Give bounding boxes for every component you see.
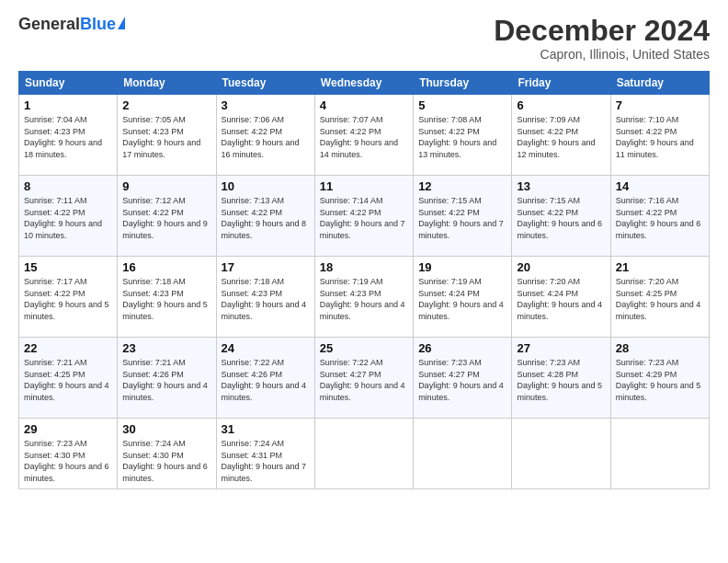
day-number: 20 [517,260,605,274]
day-number: 25 [320,341,408,355]
day-number: 26 [418,341,506,355]
calendar-cell: 12Sunrise: 7:15 AMSunset: 4:22 PMDayligh… [414,176,512,257]
sunrise-text: Sunrise: 7:09 AM [517,114,605,126]
day-info: Sunrise: 7:23 AMSunset: 4:28 PMDaylight:… [517,357,605,403]
daylight-text: Daylight: 9 hours and 6 minutes. [616,218,704,241]
calendar-cell: 22Sunrise: 7:21 AMSunset: 4:25 PMDayligh… [19,338,118,419]
sunrise-text: Sunrise: 7:19 AM [320,276,408,288]
day-number: 28 [616,341,704,355]
sunrise-text: Sunrise: 7:21 AM [122,357,210,369]
sunset-text: Sunset: 4:27 PM [320,369,408,381]
sunset-text: Sunset: 4:22 PM [222,126,310,138]
sunrise-text: Sunrise: 7:20 AM [616,276,704,288]
calendar-cell: 16Sunrise: 7:18 AMSunset: 4:23 PMDayligh… [118,257,216,338]
day-info: Sunrise: 7:09 AMSunset: 4:22 PMDaylight:… [517,114,605,160]
daylight-text: Daylight: 9 hours and 5 minutes. [24,299,112,322]
daylight-text: Daylight: 9 hours and 5 minutes. [616,380,704,403]
daylight-text: Daylight: 9 hours and 4 minutes. [320,299,408,322]
calendar-cell: 13Sunrise: 7:15 AMSunset: 4:22 PMDayligh… [512,176,610,257]
day-info: Sunrise: 7:06 AMSunset: 4:22 PMDaylight:… [222,114,310,160]
day-info: Sunrise: 7:19 AMSunset: 4:24 PMDaylight:… [418,276,506,322]
daylight-text: Daylight: 9 hours and 5 minutes. [122,299,210,322]
daylight-text: Daylight: 9 hours and 18 minutes. [24,137,112,160]
sunrise-text: Sunrise: 7:20 AM [517,276,605,288]
sunrise-text: Sunrise: 7:23 AM [517,357,605,369]
sunset-text: Sunset: 4:28 PM [517,369,605,381]
calendar-cell: 11Sunrise: 7:14 AMSunset: 4:22 PMDayligh… [314,176,413,257]
sunset-text: Sunset: 4:25 PM [24,369,112,381]
calendar-cell [314,419,413,488]
calendar-cell: 28Sunrise: 7:23 AMSunset: 4:29 PMDayligh… [610,338,709,419]
weekday-header: Tuesday [216,72,314,95]
calendar-cell: 5Sunrise: 7:08 AMSunset: 4:22 PMDaylight… [414,95,512,176]
calendar-cell: 20Sunrise: 7:20 AMSunset: 4:24 PMDayligh… [512,257,610,338]
day-number: 19 [418,260,506,274]
day-number: 4 [320,98,408,112]
day-info: Sunrise: 7:19 AMSunset: 4:23 PMDaylight:… [320,276,408,322]
daylight-text: Daylight: 9 hours and 10 minutes. [24,218,112,241]
calendar-cell: 14Sunrise: 7:16 AMSunset: 4:22 PMDayligh… [610,176,709,257]
daylight-text: Daylight: 9 hours and 7 minutes. [320,218,408,241]
daylight-text: Daylight: 9 hours and 4 minutes. [418,299,506,322]
sunrise-text: Sunrise: 7:10 AM [616,114,704,126]
day-info: Sunrise: 7:22 AMSunset: 4:26 PMDaylight:… [222,357,310,403]
calendar-cell: 18Sunrise: 7:19 AMSunset: 4:23 PMDayligh… [314,257,413,338]
sunset-text: Sunset: 4:26 PM [122,369,210,381]
sunrise-text: Sunrise: 7:12 AM [122,195,210,207]
daylight-text: Daylight: 9 hours and 6 minutes. [24,461,112,484]
day-info: Sunrise: 7:13 AMSunset: 4:22 PMDaylight:… [222,195,310,241]
day-number: 18 [320,260,408,274]
day-number: 17 [222,260,310,274]
day-info: Sunrise: 7:07 AMSunset: 4:22 PMDaylight:… [320,114,408,160]
calendar-cell: 15Sunrise: 7:17 AMSunset: 4:22 PMDayligh… [19,257,118,338]
sunrise-text: Sunrise: 7:04 AM [24,114,112,126]
calendar-cell: 26Sunrise: 7:23 AMSunset: 4:27 PMDayligh… [414,338,512,419]
day-info: Sunrise: 7:18 AMSunset: 4:23 PMDaylight:… [222,276,310,322]
sunset-text: Sunset: 4:22 PM [320,126,408,138]
day-info: Sunrise: 7:24 AMSunset: 4:31 PMDaylight:… [222,438,310,484]
sunrise-text: Sunrise: 7:07 AM [320,114,408,126]
daylight-text: Daylight: 9 hours and 4 minutes. [222,299,310,322]
daylight-text: Daylight: 9 hours and 4 minutes. [517,299,605,322]
calendar-cell: 30Sunrise: 7:24 AMSunset: 4:30 PMDayligh… [118,419,216,488]
day-number: 16 [122,260,210,274]
day-info: Sunrise: 7:15 AMSunset: 4:22 PMDaylight:… [418,195,506,241]
daylight-text: Daylight: 9 hours and 4 minutes. [616,299,704,322]
logo-text: General Blue [18,15,125,34]
day-info: Sunrise: 7:12 AMSunset: 4:22 PMDaylight:… [122,195,210,241]
daylight-text: Daylight: 9 hours and 7 minutes. [418,218,506,241]
daylight-text: Daylight: 9 hours and 7 minutes. [222,461,310,484]
day-number: 31 [222,422,310,436]
day-number: 10 [222,179,310,193]
sunset-text: Sunset: 4:24 PM [517,288,605,300]
calendar-cell: 6Sunrise: 7:09 AMSunset: 4:22 PMDaylight… [512,95,610,176]
sunrise-text: Sunrise: 7:06 AM [222,114,310,126]
weekday-header: Sunday [19,72,118,95]
sunset-text: Sunset: 4:22 PM [122,207,210,219]
day-number: 21 [616,260,704,274]
weekday-header: Thursday [414,72,512,95]
sunrise-text: Sunrise: 7:22 AM [222,357,310,369]
weekday-header: Monday [118,72,216,95]
sunset-text: Sunset: 4:25 PM [616,288,704,300]
daylight-text: Daylight: 9 hours and 4 minutes. [122,380,210,403]
day-info: Sunrise: 7:11 AMSunset: 4:22 PMDaylight:… [24,195,112,241]
day-info: Sunrise: 7:16 AMSunset: 4:22 PMDaylight:… [616,195,704,241]
day-info: Sunrise: 7:17 AMSunset: 4:22 PMDaylight:… [24,276,112,322]
sunset-text: Sunset: 4:22 PM [24,207,112,219]
day-number: 12 [418,179,506,193]
calendar-cell: 4Sunrise: 7:07 AMSunset: 4:22 PMDaylight… [314,95,413,176]
daylight-text: Daylight: 9 hours and 4 minutes. [24,380,112,403]
day-number: 8 [24,179,112,193]
day-info: Sunrise: 7:23 AMSunset: 4:27 PMDaylight:… [418,357,506,403]
day-number: 6 [517,98,605,112]
calendar-cell: 7Sunrise: 7:10 AMSunset: 4:22 PMDaylight… [610,95,709,176]
sunrise-text: Sunrise: 7:08 AM [418,114,506,126]
day-number: 9 [122,179,210,193]
sunset-text: Sunset: 4:23 PM [320,288,408,300]
sunrise-text: Sunrise: 7:18 AM [222,276,310,288]
sunrise-text: Sunrise: 7:24 AM [222,438,310,450]
daylight-text: Daylight: 9 hours and 16 minutes. [222,137,310,160]
day-number: 24 [222,341,310,355]
daylight-text: Daylight: 9 hours and 9 minutes. [122,218,210,241]
